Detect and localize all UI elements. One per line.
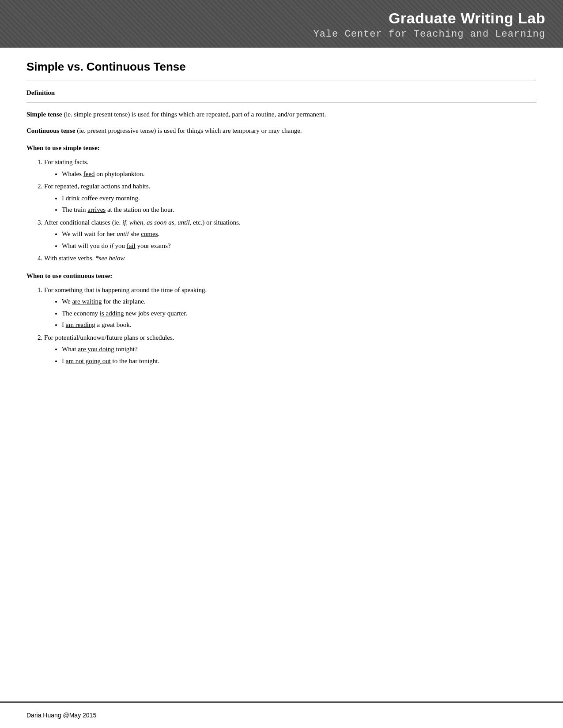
- footer-area: Daria Huang @May 2015: [0, 702, 563, 728]
- definition-divider: [26, 102, 537, 102]
- simple-tense-section: When to use simple tense: For stating fa…: [26, 144, 537, 263]
- continuous-sub-list-2: What are you doing tonight? I am not goi…: [62, 344, 537, 366]
- header-title: Graduate Writing Lab: [18, 10, 545, 27]
- simple-sub-list-2: I drink coffee every morning. The train …: [62, 193, 537, 215]
- list-item: With stative verbs. *see below: [44, 253, 537, 263]
- underline-word: drink: [66, 195, 80, 202]
- italic-note: *see below: [95, 255, 125, 262]
- list-item: We will wait for her until she comes.: [62, 229, 537, 239]
- continuous-sub-list-1: We are waiting for the airplane. The eco…: [62, 296, 537, 330]
- list-item-text: For repeated, regular actions and habits…: [44, 183, 150, 190]
- list-item: Whales feed on phytoplankton.: [62, 169, 537, 179]
- underline-word: arrives: [87, 206, 106, 213]
- list-item: For stating facts. Whales feed on phytop…: [44, 157, 537, 179]
- footer-divider: [0, 702, 563, 703]
- title-divider: [26, 80, 537, 81]
- main-content: Simple vs. Continuous Tense Definition S…: [0, 48, 563, 702]
- underline-word: fail: [127, 242, 136, 249]
- header-subtitle: Yale Center for Teaching and Learning: [18, 29, 545, 40]
- definition-heading: Definition: [26, 89, 537, 97]
- list-item-text: After conditional clauses (ie. if, when,…: [44, 219, 241, 226]
- list-item: The train arrives at the station on the …: [62, 205, 537, 215]
- italic-word: if: [110, 242, 113, 249]
- list-item: We are waiting for the airplane.: [62, 296, 537, 307]
- list-item-text: With stative verbs. *see below: [44, 255, 125, 262]
- underline-word: am not going out: [66, 357, 111, 364]
- simple-tense-list: For stating facts. Whales feed on phytop…: [44, 157, 537, 263]
- list-item-text: For something that is happening around t…: [44, 286, 207, 293]
- simple-tense-desc: (ie. simple present tense) is used for t…: [62, 111, 326, 118]
- when-continuous-heading: When to use continuous tense:: [26, 272, 537, 280]
- list-item: What will you do if you fail your exams?: [62, 241, 537, 251]
- underline-word: are you doing: [78, 345, 114, 353]
- simple-tense-term: Simple tense: [26, 111, 62, 118]
- underline-word: is adding: [100, 310, 124, 317]
- footer-text: Daria Huang @May 2015: [26, 712, 96, 719]
- list-item: I am reading a great book.: [62, 320, 537, 330]
- continuous-tense-list: For something that is happening around t…: [44, 285, 537, 366]
- when-simple-heading: When to use simple tense:: [26, 144, 537, 152]
- continuous-tense-section: When to use continuous tense: For someth…: [26, 272, 537, 366]
- list-item: After conditional clauses (ie. if, when,…: [44, 218, 537, 251]
- underline-word: comes: [141, 230, 158, 237]
- footer: Daria Huang @May 2015: [0, 706, 563, 728]
- continuous-tense-term: Continuous tense: [26, 127, 75, 134]
- list-item: For potential/unknown/future plans or sc…: [44, 333, 537, 366]
- list-item: I drink coffee every morning.: [62, 193, 537, 203]
- list-item-text: For potential/unknown/future plans or sc…: [44, 334, 174, 341]
- underline-word: are waiting: [72, 298, 102, 305]
- simple-tense-para: Simple tense (ie. simple present tense) …: [26, 109, 537, 120]
- list-item: For something that is happening around t…: [44, 285, 537, 330]
- list-item: What are you doing tonight?: [62, 344, 537, 354]
- underline-word: feed: [83, 170, 95, 177]
- definition-section: Definition Simple tense (ie. simple pres…: [26, 89, 537, 135]
- continuous-tense-para: Continuous tense (ie. present progressiv…: [26, 126, 537, 136]
- italic-word: until: [117, 230, 129, 237]
- list-item: For repeated, regular actions and habits…: [44, 181, 537, 215]
- page-title: Simple vs. Continuous Tense: [26, 60, 537, 74]
- list-item: The economy is adding new jobs every qua…: [62, 308, 537, 319]
- list-item-text: For stating facts.: [44, 158, 88, 165]
- continuous-tense-desc: (ie. present progressive tense) is used …: [75, 127, 302, 134]
- page-header: Graduate Writing Lab Yale Center for Tea…: [0, 0, 563, 48]
- underline-word: am reading: [66, 321, 95, 328]
- simple-sub-list: Whales feed on phytoplankton.: [62, 169, 537, 179]
- simple-sub-list-3: We will wait for her until she comes. Wh…: [62, 229, 537, 251]
- list-item: I am not going out to the bar tonight.: [62, 356, 537, 366]
